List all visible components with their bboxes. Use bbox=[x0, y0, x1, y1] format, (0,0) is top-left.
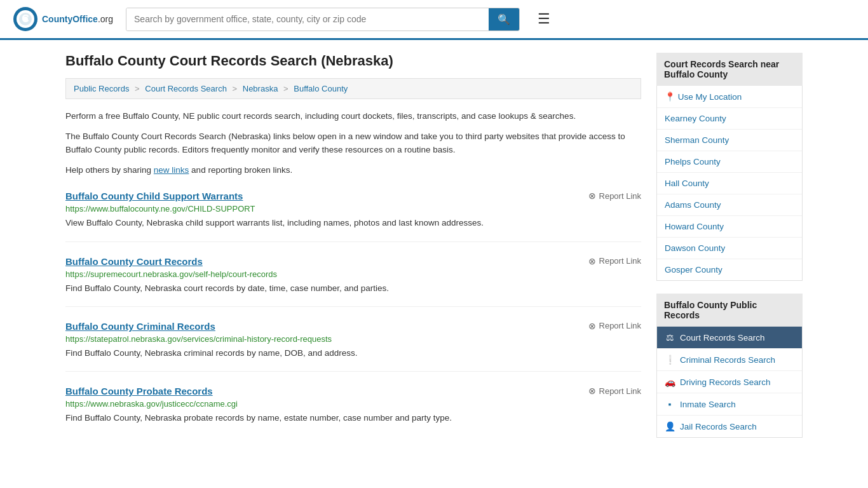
search-button[interactable]: 🔍 bbox=[489, 8, 519, 30]
logo-text: CountyOffice.org bbox=[42, 14, 113, 24]
record-url-1: https://supremecourt.nebraska.gov/self-h… bbox=[65, 269, 641, 279]
report-link-1[interactable]: ⊗ Report Link bbox=[588, 256, 641, 266]
pr-label-1: Criminal Records Search bbox=[680, 355, 775, 365]
record-url-3: https://www.nebraska.gov/justicecc/ccnam… bbox=[65, 399, 641, 409]
breadcrumb: Public Records > Court Records Search > … bbox=[65, 78, 641, 99]
report-icon: ⊗ bbox=[588, 321, 596, 331]
location-icon: 📍 bbox=[665, 92, 675, 102]
public-records-title: Buffalo County Public Records bbox=[656, 294, 803, 327]
record-item: Buffalo County Child Support Warrants ⊗ … bbox=[65, 191, 641, 241]
report-icon: ⊗ bbox=[588, 256, 596, 266]
record-desc-1: Find Buffalo County, Nebraska court reco… bbox=[65, 282, 641, 295]
record-item: Buffalo County Probate Records ⊗ Report … bbox=[65, 386, 641, 436]
description-3: Help others by sharing new links and rep… bbox=[65, 163, 641, 177]
breadcrumb-nebraska[interactable]: Nebraska bbox=[243, 84, 278, 93]
description-1: Perform a free Buffalo County, NE public… bbox=[65, 109, 641, 123]
record-title-0[interactable]: Buffalo County Child Support Warrants bbox=[65, 191, 243, 201]
record-item: Buffalo County Criminal Records ⊗ Report… bbox=[65, 321, 641, 372]
record-title-1[interactable]: Buffalo County Court Records bbox=[65, 256, 203, 267]
record-title-3[interactable]: Buffalo County Probate Records bbox=[65, 386, 213, 396]
pr-label-4: Jail Records Search bbox=[680, 422, 757, 431]
sidebar: Court Records Search near Buffalo County… bbox=[656, 53, 803, 451]
public-records-list: ⚖ Court Records Search ❕ Criminal Record… bbox=[656, 327, 803, 438]
record-header: Buffalo County Probate Records ⊗ Report … bbox=[65, 386, 641, 396]
nearby-section: Court Records Search near Buffalo County… bbox=[656, 53, 803, 281]
pr-label-0: Court Records Search bbox=[680, 333, 765, 342]
pr-icon-2: 🚗 bbox=[665, 377, 675, 387]
search-input[interactable] bbox=[126, 8, 489, 30]
record-desc-3: Find Buffalo County, Nebraska probate re… bbox=[65, 412, 641, 424]
pr-icon-4: 👤 bbox=[665, 421, 675, 431]
pr-icon-1: ❕ bbox=[665, 355, 675, 365]
svg-point-4 bbox=[23, 17, 28, 22]
record-url-2: https://statepatrol.nebraska.gov/service… bbox=[65, 334, 641, 344]
breadcrumb-buffalo-county[interactable]: Buffalo County bbox=[294, 84, 348, 93]
record-url-0: https://www.buffalocounty.ne.gov/CHILD-S… bbox=[65, 204, 641, 214]
sidebar-county-6[interactable]: Dawson County bbox=[657, 238, 802, 259]
menu-button[interactable]: ☰ bbox=[538, 11, 550, 27]
header: C CountyOffice.org 🔍 ☰ bbox=[0, 0, 868, 40]
report-link-2[interactable]: ⊗ Report Link bbox=[588, 321, 641, 331]
record-header: Buffalo County Court Records ⊗ Report Li… bbox=[65, 256, 641, 267]
sidebar-county-1[interactable]: Sherman County bbox=[657, 130, 802, 151]
public-records-item-2[interactable]: 🚗 Driving Records Search bbox=[657, 371, 802, 393]
record-item: Buffalo County Court Records ⊗ Report Li… bbox=[65, 256, 641, 307]
nearby-counties-list: Kearney CountySherman CountyPhelps Count… bbox=[657, 108, 802, 280]
logo-icon: C bbox=[13, 6, 38, 32]
record-desc-2: Find Buffalo County, Nebraska criminal r… bbox=[65, 347, 641, 360]
public-records-item-4[interactable]: 👤 Jail Records Search bbox=[657, 416, 802, 437]
sidebar-county-7[interactable]: Gosper County bbox=[657, 259, 802, 280]
public-records-item-3[interactable]: ▪ Inmate Search bbox=[657, 393, 802, 416]
description-2: The Buffalo County Court Records Search … bbox=[65, 130, 641, 157]
record-desc-0: View Buffalo County, Nebraska child supp… bbox=[65, 217, 641, 229]
report-link-0[interactable]: ⊗ Report Link bbox=[588, 191, 641, 201]
main-container: Buffalo County Court Records Search (Neb… bbox=[53, 40, 815, 463]
nearby-title: Court Records Search near Buffalo County bbox=[656, 53, 803, 86]
report-icon: ⊗ bbox=[588, 386, 596, 396]
pr-label-2: Driving Records Search bbox=[680, 377, 771, 387]
breadcrumb-public-records[interactable]: Public Records bbox=[74, 84, 129, 93]
report-link-3[interactable]: ⊗ Report Link bbox=[588, 386, 641, 396]
use-location-link[interactable]: 📍 Use My Location bbox=[657, 86, 802, 108]
record-header: Buffalo County Child Support Warrants ⊗ … bbox=[65, 191, 641, 201]
hamburger-icon: ☰ bbox=[538, 11, 550, 27]
sidebar-county-2[interactable]: Phelps County bbox=[657, 151, 802, 173]
sidebar-county-4[interactable]: Adams County bbox=[657, 194, 802, 216]
sidebar-county-0[interactable]: Kearney County bbox=[657, 108, 802, 130]
nearby-list: 📍 Use My Location Kearney CountySherman … bbox=[656, 86, 803, 281]
public-records-item-0[interactable]: ⚖ Court Records Search bbox=[657, 327, 802, 349]
public-records-item-1[interactable]: ❕ Criminal Records Search bbox=[657, 349, 802, 371]
pr-icon-3: ▪ bbox=[665, 399, 675, 409]
report-icon: ⊗ bbox=[588, 191, 596, 201]
page-title: Buffalo County Court Records Search (Neb… bbox=[65, 53, 641, 69]
breadcrumb-court-records[interactable]: Court Records Search bbox=[145, 84, 227, 93]
record-header: Buffalo County Criminal Records ⊗ Report… bbox=[65, 321, 641, 332]
record-title-2[interactable]: Buffalo County Criminal Records bbox=[65, 321, 215, 332]
public-records-section: Buffalo County Public Records ⚖ Court Re… bbox=[656, 294, 803, 438]
search-icon: 🔍 bbox=[498, 14, 510, 25]
content-area: Buffalo County Court Records Search (Neb… bbox=[65, 53, 641, 451]
sidebar-county-3[interactable]: Hall County bbox=[657, 173, 802, 194]
pr-icon-0: ⚖ bbox=[665, 332, 675, 342]
new-links[interactable]: new links bbox=[154, 165, 189, 175]
pr-label-3: Inmate Search bbox=[680, 400, 736, 409]
search-bar: 🔍 bbox=[126, 8, 520, 31]
record-list: Buffalo County Child Support Warrants ⊗ … bbox=[65, 191, 641, 436]
sidebar-county-5[interactable]: Howard County bbox=[657, 216, 802, 238]
logo[interactable]: C CountyOffice.org bbox=[13, 6, 113, 32]
